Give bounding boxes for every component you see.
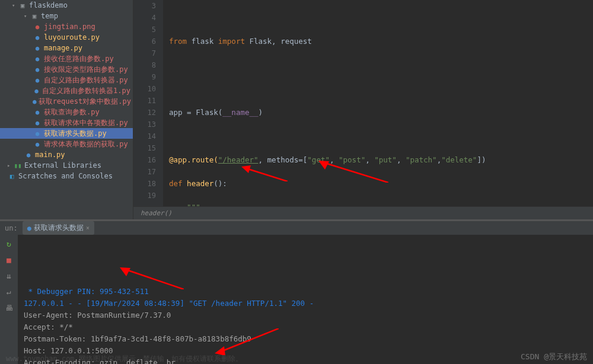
rerun-icon[interactable]: ↻ <box>7 240 11 248</box>
line-number: 18 <box>133 178 156 190</box>
line-number: 13 <box>133 119 156 130</box>
line-number: 14 <box>133 130 156 142</box>
scratches[interactable]: ◧ Scratches and Consoles <box>0 171 133 181</box>
chevron-down-icon: ▾ <box>12 2 18 8</box>
ext-lib-label: External Libraries <box>24 161 101 170</box>
folder-label: temp <box>41 12 58 20</box>
line-number: 5 <box>133 24 156 36</box>
code-area[interactable]: from flask import Flask, request app = F… <box>163 0 593 206</box>
chevron-down-icon: ▾ <box>24 13 30 19</box>
line-number: 17 <box>133 166 156 178</box>
file-label: jingtian.png <box>44 23 95 31</box>
line-number: 11 <box>133 95 156 107</box>
tree-file[interactable]: ● main.py <box>0 149 133 160</box>
console-output[interactable]: * Debugger PIN: 995-432-511127.0.0.1 - -… <box>18 235 593 364</box>
tree-file[interactable]: ●获取请求头数据.py <box>0 128 133 139</box>
line-number: 8 <box>133 59 156 71</box>
file-icon: ● <box>33 44 42 52</box>
file-label: main.py <box>35 151 65 159</box>
file-icon: ● <box>33 130 42 138</box>
library-icon: ▮▮ <box>13 162 23 170</box>
svg-marker-1 <box>241 165 251 173</box>
file-icon: ● <box>33 76 42 84</box>
close-icon[interactable]: × <box>86 225 90 231</box>
line-number: 3 <box>133 0 156 12</box>
tree-file[interactable]: ●获取request对象中数据.py <box>0 96 133 107</box>
folder-label: flaskdemo <box>29 1 68 9</box>
file-label: manage.py <box>44 44 82 52</box>
run-tabs: un: ● 获取请求头数据 × <box>0 221 593 235</box>
run-panel: un: ● 获取请求头数据 × ↻ ■ ⇊ ↵ 🖶 * Debugger PIN… <box>0 219 593 364</box>
file-label: 获取请求体中各项数据.py <box>44 118 128 128</box>
tree-file[interactable]: ●自定义路由参数转换器.py <box>0 75 133 85</box>
file-label: 获取查询参数.py <box>44 107 100 117</box>
editor[interactable]: 345678910111213141516171819 from flask i… <box>133 0 593 219</box>
line-number: 6 <box>133 36 156 47</box>
file-icon: ● <box>33 98 37 106</box>
python-icon: ● <box>24 151 33 159</box>
console-line: User-Agent: PostmanRuntime/7.37.0 <box>24 309 587 321</box>
tree-root[interactable]: ▾ ▣ flaskdemo <box>0 0 133 11</box>
down-icon[interactable]: ⇊ <box>7 272 11 280</box>
line-number: 4 <box>133 12 156 24</box>
print-icon[interactable]: 🖶 <box>5 304 13 312</box>
console-line: Accept: */* <box>24 321 587 333</box>
line-number: 16 <box>133 154 156 166</box>
external-libraries[interactable]: ▸ ▮▮ External Libraries <box>0 160 133 171</box>
file-icon: ● <box>33 119 42 127</box>
tree-file[interactable]: ●自定义路由参数转换器1.py <box>0 85 133 96</box>
file-label: luyouroute.py <box>44 33 100 41</box>
tree-file[interactable]: ●jingtian.png <box>0 21 133 32</box>
run-label: un: <box>5 224 18 232</box>
tree-file[interactable]: ●获取请求体中各项数据.py <box>0 117 133 128</box>
breadcrumb[interactable]: header() <box>133 206 593 219</box>
file-label: 获取request对象中数据.py <box>39 97 131 107</box>
tree-file[interactable]: ●接收任意路由参数.py <box>0 53 133 64</box>
tree-file[interactable]: ●manage.py <box>0 43 133 53</box>
stop-icon[interactable]: ■ <box>7 256 11 264</box>
run-toolbar: ↻ ■ ⇊ ↵ 🖶 <box>0 235 18 364</box>
run-tab[interactable]: ● 获取请求头数据 × <box>23 221 94 235</box>
scratches-label: Scratches and Consoles <box>18 172 113 180</box>
file-icon: ● <box>33 23 42 31</box>
file-icon: ● <box>33 108 42 116</box>
folder-icon: ▣ <box>30 12 39 20</box>
file-icon: ● <box>33 66 42 74</box>
file-label: 获取请求头数据.py <box>44 129 107 139</box>
line-number: 19 <box>133 190 156 202</box>
file-label: 接收任意路由参数.py <box>44 54 114 64</box>
chevron-right-icon: ▸ <box>7 162 13 168</box>
line-number: 10 <box>133 83 156 95</box>
line-number: 15 <box>133 142 156 154</box>
tree-file[interactable]: ●luyouroute.py <box>0 32 133 43</box>
tree-folder[interactable]: ▾ ▣ temp <box>0 11 133 21</box>
tree-file[interactable]: ●接收限定类型路由参数.py <box>0 64 133 75</box>
folder-icon: ▣ <box>18 2 27 9</box>
console-line: Postman-Token: 1bf9af7a-3cd1-48f8-807b-a… <box>24 333 587 345</box>
file-icon: ● <box>33 34 42 41</box>
console-line: 127.0.0.1 - - [19/Mar/2024 08:48:39] "GE… <box>24 298 587 309</box>
console-line: * Debugger PIN: 995-432-511 <box>24 286 587 298</box>
line-number: 9 <box>133 71 156 83</box>
file-label: 自定义路由参数转换器.py <box>44 75 128 85</box>
file-icon: ● <box>33 55 42 63</box>
scratch-icon: ◧ <box>7 173 17 180</box>
svg-marker-5 <box>120 267 130 276</box>
run-tab-label: 获取请求头数据 <box>34 223 84 233</box>
file-icon: ● <box>33 141 42 148</box>
tree-file[interactable]: ●请求体表单数据的获取.py <box>0 139 133 149</box>
line-number: 7 <box>133 47 156 59</box>
line-gutter: 345678910111213141516171819 <box>133 0 163 206</box>
soft-wrap-icon[interactable]: ↵ <box>7 288 11 296</box>
file-icon: ● <box>33 87 40 95</box>
line-number: 12 <box>133 107 156 119</box>
tree-file[interactable]: ●获取查询参数.py <box>0 107 133 117</box>
project-tree[interactable]: ▾ ▣ flaskdemo ▾ ▣ temp ●jingtian.png●luy… <box>0 0 133 219</box>
watermark: www.toymoban.com 网络图片仅供展示，禁传输，如有侵权请联系删除。 <box>6 354 243 364</box>
watermark: CSDN @景天科技苑 <box>521 352 587 362</box>
file-label: 请求体表单数据的获取.py <box>44 139 128 149</box>
python-icon: ● <box>27 224 31 232</box>
file-label: 接收限定类型路由参数.py <box>44 65 128 75</box>
file-label: 自定义路由参数转换器1.py <box>42 86 130 96</box>
